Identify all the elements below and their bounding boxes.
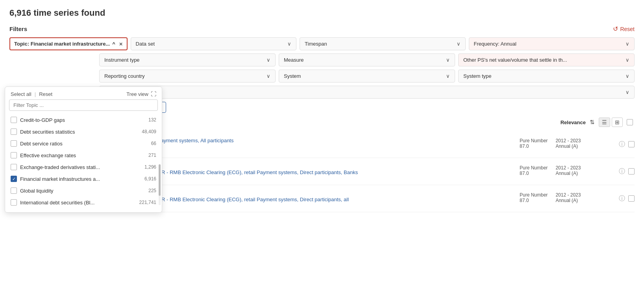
- system-label: System: [284, 73, 301, 79]
- item-checkbox[interactable]: [628, 195, 635, 202]
- result-item: A.HK.B.HKAP.B Hong Kong SAR - RMB Electr…: [99, 158, 635, 185]
- result-code: A.HK.B.HKAP.B: [128, 164, 515, 168]
- other-ps-caret: ∨: [625, 57, 629, 63]
- item-label: Debt service ratios: [20, 141, 63, 147]
- item-label: Global liquidity: [20, 188, 54, 194]
- result-item: A.HK.B.HKAP.D Hong Kong SAR - RMB Electr…: [99, 185, 635, 212]
- reporting-country-dropdown[interactable]: Reporting country ∨: [99, 70, 276, 83]
- checkbox-intl-debt[interactable]: [11, 199, 17, 206]
- item-count: 221,741: [137, 200, 156, 205]
- system-caret: ∨: [446, 73, 450, 79]
- item-checkbox[interactable]: [628, 141, 635, 147]
- frequency-value: Annual (A): [555, 198, 581, 203]
- timespan-value: 2012 - 2023: [555, 165, 581, 171]
- measure-caret: ∨: [446, 57, 450, 63]
- item-count: 66: [137, 141, 156, 146]
- measure-value: 87.0: [520, 143, 548, 149]
- result-title[interactable]: Hong Kong SAR - RMB Electronic Clearing …: [128, 197, 515, 202]
- topic-dropdown-popup: Select all | Reset Tree view ⛶ Credit-to…: [5, 86, 162, 213]
- list-item[interactable]: Exchange-traded derivatives stati... 1,2…: [5, 161, 162, 173]
- system-type-label: System type: [463, 73, 492, 79]
- tree-view-label: Tree view: [126, 91, 148, 97]
- info-button[interactable]: ⓘ: [619, 140, 625, 149]
- system-type-dropdown[interactable]: System type ∨: [458, 70, 635, 83]
- other-ps-label: Other PS's net value/volume that settle …: [463, 57, 567, 63]
- topic-search-input[interactable]: [9, 99, 158, 111]
- page-title: 6,916 time series found: [9, 8, 635, 18]
- measure-dropdown[interactable]: Measure ∨: [279, 53, 455, 66]
- result-title[interactable]: (ECG), retail Payment systems, All parti…: [128, 138, 515, 143]
- checkbox-financial-market[interactable]: [11, 176, 17, 182]
- topic-filter-chip[interactable]: Topic: Financial market infrastructure..…: [9, 37, 128, 50]
- measure-label: Pure Number: [520, 192, 548, 198]
- list-item[interactable]: Debt service ratios 66: [5, 138, 162, 149]
- list-item[interactable]: Financial market infrastructures a... 6,…: [5, 173, 162, 185]
- result-title[interactable]: Hong Kong SAR - RMB Electronic Clearing …: [128, 169, 515, 175]
- reset-link[interactable]: Reset: [39, 91, 52, 97]
- item-count: 132: [137, 117, 156, 123]
- list-view-button[interactable]: ☰: [599, 118, 610, 127]
- list-item[interactable]: International debt securities (Bl... 221…: [5, 197, 162, 208]
- other-ps-dropdown[interactable]: Other PS's net value/volume that settle …: [458, 53, 635, 66]
- frequency-caret: ∨: [625, 41, 629, 47]
- system-type-caret: ∨: [625, 73, 629, 79]
- topic-list: Credit-to-GDP gaps 132 Debt securities s…: [5, 113, 162, 209]
- tree-icon: ⛶: [151, 91, 156, 97]
- frequency-label: Frequency: Annual: [474, 41, 516, 47]
- item-checkbox[interactable]: [628, 168, 635, 175]
- result-code: A.HK.B.HKAP.D: [128, 191, 515, 195]
- reporting-country-label: Reporting country: [104, 73, 145, 79]
- item-label: Effective exchange rates: [20, 152, 76, 158]
- checkbox-global-liquidity[interactable]: [11, 187, 17, 194]
- list-item[interactable]: Debt securities statistics 48,409: [5, 126, 162, 138]
- checkbox-credit-to-gdp[interactable]: [11, 117, 17, 123]
- scrollbar-track[interactable]: [159, 164, 161, 205]
- data-set-caret: ∨: [287, 41, 291, 47]
- grid-view-button[interactable]: ⊞: [612, 118, 623, 127]
- list-item[interactable]: Credit-to-GDP gaps 132: [5, 114, 162, 126]
- timespan-dropdown[interactable]: Timespan ∨: [300, 37, 465, 50]
- item-count: 225: [137, 188, 156, 193]
- item-count: 1,296: [137, 164, 156, 170]
- list-item[interactable]: Effective exchange rates 271: [5, 149, 162, 161]
- item-count: 271: [137, 152, 156, 158]
- select-all-link[interactable]: Select all: [11, 91, 31, 97]
- checkbox-effective-exchange[interactable]: [11, 152, 17, 158]
- frequency-value: Annual (A): [555, 143, 581, 149]
- checkbox-debt-securities[interactable]: [11, 129, 17, 135]
- system-dropdown[interactable]: System ∨: [279, 70, 455, 83]
- checkbox-debt-service[interactable]: [11, 140, 17, 147]
- instrument-type-dropdown[interactable]: Instrument type ∨: [99, 53, 276, 66]
- data-set-label: Data set: [136, 41, 155, 47]
- item-label: Credit-to-GDP gaps: [20, 117, 65, 123]
- item-label: International debt securities (Bl...: [20, 200, 94, 206]
- reset-button[interactable]: ↺ Reset: [613, 25, 635, 33]
- info-button[interactable]: ⓘ: [619, 195, 625, 203]
- relevance-label: Relevance: [561, 119, 586, 125]
- item-label: Financial market infrastructures a...: [20, 176, 100, 182]
- timespan-caret: ∨: [457, 41, 461, 47]
- measure-value: 87.0: [520, 198, 548, 203]
- item-count: 6,916: [137, 176, 156, 182]
- unit-of-measure-dropdown[interactable]: Unit of measure ∨: [99, 86, 635, 99]
- info-button[interactable]: ⓘ: [619, 167, 625, 176]
- filters-label: Filters: [9, 26, 27, 32]
- list-item[interactable]: Global liquidity 225: [5, 185, 162, 197]
- checkbox-exchange-traded[interactable]: [11, 164, 17, 170]
- topic-chip-caret: ^: [112, 41, 115, 47]
- measure-label: Pure Number: [520, 138, 548, 143]
- select-all-checkbox[interactable]: [627, 119, 633, 125]
- instrument-type-caret: ∨: [266, 57, 270, 63]
- instrument-type-label: Instrument type: [104, 57, 140, 63]
- reset-icon: ↺: [613, 25, 618, 33]
- frequency-dropdown[interactable]: Frequency: Annual ∨: [469, 37, 635, 50]
- sort-icon[interactable]: ⇅: [590, 119, 595, 126]
- data-set-dropdown[interactable]: Data set ∨: [131, 37, 296, 50]
- scrollbar-thumb[interactable]: [159, 164, 161, 196]
- topic-chip-close[interactable]: ×: [119, 40, 123, 47]
- frequency-value: Annual (A): [555, 171, 581, 176]
- measure-value: 87.0: [520, 171, 548, 176]
- measure-label: Pure Number: [520, 165, 548, 171]
- result-item: (ECG), retail Payment systems, All parti…: [99, 131, 635, 158]
- timespan-label: Timespan: [305, 41, 327, 47]
